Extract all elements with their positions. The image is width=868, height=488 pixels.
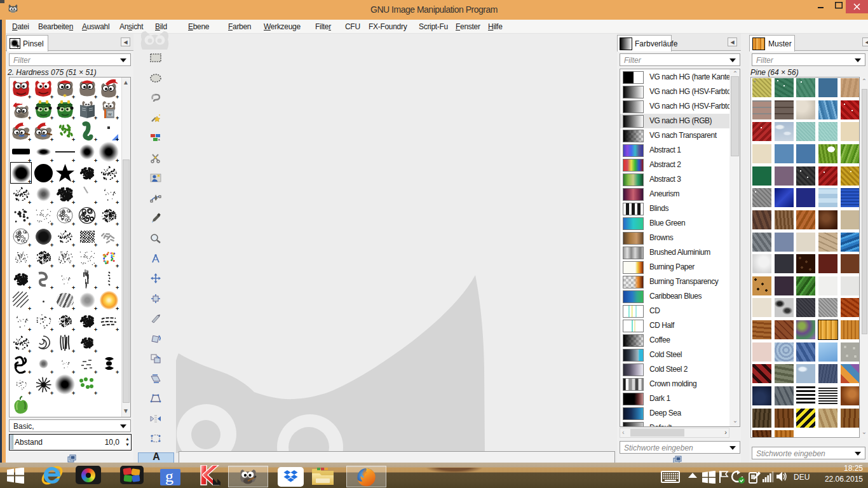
svg-text:W: W (108, 112, 112, 116)
